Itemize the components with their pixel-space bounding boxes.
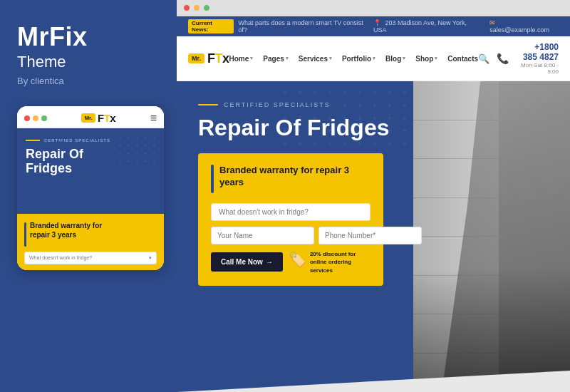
mobile-yellow-card: Branded warranty forrepair 3 years What … bbox=[17, 214, 164, 270]
left-panel: MrFix Theme By clientica Mr. FTx ≡ +++++… bbox=[0, 0, 177, 392]
mobile-hamburger-icon[interactable]: ≡ bbox=[150, 112, 157, 125]
topbar-news-label: Current News: bbox=[188, 19, 234, 33]
mobile-mockup: Mr. FTx ≡ +++++ +++++ +++++ +++++ CERTIF… bbox=[17, 106, 164, 270]
browser-chrome bbox=[177, 0, 570, 16]
mobile-dot-green bbox=[41, 115, 47, 121]
phone-number: +1800 385 4827 bbox=[519, 42, 559, 62]
brand-title: MrFix bbox=[17, 23, 160, 51]
site-logo-badge: Mr. bbox=[188, 53, 204, 63]
topbar-right: 📍 203 Madison Ave, New York, USA ✉ sales… bbox=[373, 19, 559, 33]
form-name-phone-row bbox=[211, 227, 370, 244]
mobile-warranty-accent bbox=[24, 222, 26, 247]
search-icon[interactable]: 🔍 bbox=[478, 53, 489, 64]
warranty-accent-bar bbox=[211, 165, 214, 193]
mobile-select-chevron: ▾ bbox=[149, 255, 152, 261]
phone-input[interactable] bbox=[318, 227, 422, 244]
mobile-warranty-bar: Branded warranty forrepair 3 years bbox=[24, 221, 157, 247]
hero-title: Repair Of Fridges bbox=[198, 115, 395, 140]
hero-cert-line bbox=[198, 104, 218, 105]
nav-services[interactable]: Services ▾ bbox=[299, 55, 332, 63]
call-btn-label: Call Me Now bbox=[221, 258, 263, 266]
nav-pages[interactable]: Pages ▾ bbox=[263, 55, 288, 63]
site-hero: ++++++++++ ++++++++++ ++++++++++ +++++++… bbox=[177, 81, 570, 392]
discount-block: 🏷️ 20% discount for online ordering serv… bbox=[289, 250, 370, 274]
mobile-dot-red bbox=[24, 115, 30, 121]
hero-photo-overlay bbox=[413, 268, 570, 392]
form-bottom: Call Me Now → 🏷️ 20% discount for online… bbox=[211, 250, 370, 274]
topbar-left: Current News: What parts does a modern s… bbox=[188, 19, 373, 33]
nav-shop[interactable]: Shop ▾ bbox=[415, 55, 437, 63]
mobile-plus-pattern: +++++ +++++ +++++ +++++ bbox=[118, 135, 158, 164]
phone-icon: 📞 bbox=[497, 53, 509, 64]
hero-cert-row: CERTIFIED SPECIALISTS bbox=[198, 101, 395, 108]
call-me-button[interactable]: Call Me Now → bbox=[211, 252, 283, 272]
topbar-email: ✉ sales@example.com bbox=[489, 19, 559, 33]
mobile-hero: +++++ +++++ +++++ +++++ CERTIFIED SPECIA… bbox=[17, 128, 164, 214]
mobile-window-dots bbox=[24, 115, 47, 121]
name-input[interactable] bbox=[211, 227, 314, 244]
mobile-dot-yellow bbox=[33, 115, 38, 121]
mobile-select-placeholder: What doesn't work in fridge? bbox=[29, 255, 92, 260]
mobile-browser-bar: Mr. FTx ≡ bbox=[17, 106, 164, 128]
browser-dot-red bbox=[184, 5, 190, 11]
mobile-select-stub[interactable]: What doesn't work in fridge? ▾ bbox=[24, 252, 157, 264]
hero-content: CERTIFIED SPECIALISTS Repair Of Fridges … bbox=[177, 81, 413, 392]
right-panel: Current News: What parts does a modern s… bbox=[177, 0, 570, 392]
browser-dot-yellow bbox=[194, 5, 200, 11]
warranty-row: Branded warranty for repair 3 years bbox=[211, 165, 370, 193]
email-icon: ✉ bbox=[489, 19, 495, 26]
site-topbar: Current News: What parts does a modern s… bbox=[177, 16, 570, 36]
hero-form-card: Branded warranty for repair 3 years What… bbox=[198, 153, 383, 286]
site-nav: Mr. FTx Home ▾ Pages ▾ Services ▾ Portfo… bbox=[177, 36, 570, 81]
call-btn-arrow: → bbox=[266, 258, 273, 266]
mobile-logo-text: FTx bbox=[98, 112, 115, 124]
mobile-warranty-text: Branded warranty forrepair 3 years bbox=[30, 221, 102, 239]
mobile-logo-badge: Mr. bbox=[81, 113, 95, 123]
fridge-problem-select[interactable]: What doesn't work in fridge? bbox=[211, 203, 370, 221]
hero-cert-label: CERTIFIED SPECIALISTS bbox=[224, 101, 331, 108]
phone-hours: Mon-Sat 8:00 - 9:00 bbox=[519, 62, 559, 75]
site-logo: Mr. FTx bbox=[188, 51, 229, 66]
brand-subtitle: Theme bbox=[17, 53, 160, 71]
nav-home[interactable]: Home ▾ bbox=[229, 55, 254, 63]
site-nav-links: Home ▾ Pages ▾ Services ▾ Portfolio ▾ Bl… bbox=[229, 55, 479, 63]
site-nav-right: 🔍 📞 +1800 385 4827 Mon-Sat 8:00 - 9:00 bbox=[478, 42, 559, 75]
nav-portfolio[interactable]: Portfolio ▾ bbox=[342, 55, 375, 63]
phone-block: +1800 385 4827 Mon-Sat 8:00 - 9:00 bbox=[519, 42, 559, 75]
browser-dot-green bbox=[204, 5, 209, 11]
mobile-logo: Mr. FTx bbox=[81, 112, 115, 124]
site-logo-text: FTx bbox=[207, 51, 229, 66]
brand-by: By clientica bbox=[17, 76, 160, 86]
location-icon: 📍 bbox=[373, 19, 381, 26]
nav-contacts[interactable]: Contacts bbox=[447, 55, 478, 63]
discount-text: 20% discount for online ordering service… bbox=[310, 250, 370, 274]
topbar-location: 📍 203 Madison Ave, New York, USA bbox=[373, 19, 481, 33]
hero-photo bbox=[413, 81, 570, 392]
warranty-title: Branded warranty for repair 3 years bbox=[219, 165, 370, 189]
nav-blog[interactable]: Blog ▾ bbox=[385, 55, 405, 63]
mobile-cert-line bbox=[26, 140, 40, 141]
discount-icon: 🏷️ bbox=[289, 251, 306, 268]
topbar-news-text: What parts does a modern smart TV consis… bbox=[238, 19, 373, 33]
